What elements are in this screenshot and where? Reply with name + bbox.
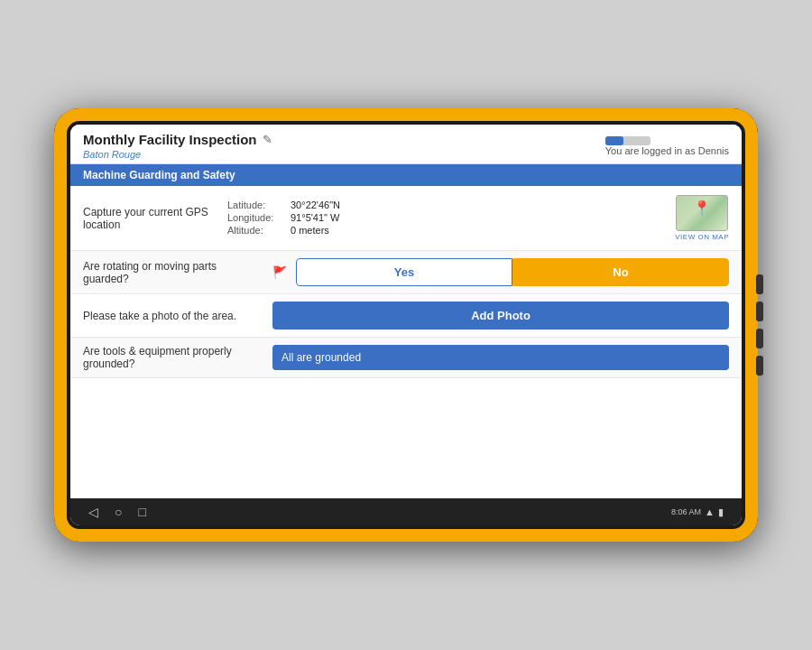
latitude-row: Latitude: 30°22'46"N	[227, 200, 666, 210]
logged-in-text: You are logged in as Dennis	[605, 145, 729, 156]
tablet-device: Monthly Facility Inspection ✎ Baton Roug…	[54, 108, 758, 542]
map-link-text[interactable]: VIEW ON MAP	[675, 233, 729, 241]
gps-row: Capture your current GPS location Latitu…	[70, 186, 742, 251]
latitude-label: Latitude:	[227, 200, 283, 210]
volume-down-button[interactable]	[756, 302, 763, 321]
extra-button[interactable]	[756, 356, 763, 376]
longitude-value: 91°5'41" W	[291, 212, 339, 223]
question-label-photo: Please take a photo of the area.	[83, 310, 263, 322]
yes-button[interactable]: Yes	[296, 258, 512, 286]
add-photo-button[interactable]: Add Photo	[272, 302, 729, 330]
app-header-top: Monthly Facility Inspection ✎ Baton Roug…	[83, 132, 729, 160]
question-row-guarded: Are rotating or moving parts guarded? 🚩 …	[70, 251, 742, 294]
header-right: You are logged in as Dennis	[605, 136, 729, 156]
progress-bar-container	[605, 136, 651, 145]
map-pin-icon: 📍	[693, 201, 711, 216]
app-header: Monthly Facility Inspection ✎ Baton Roug…	[70, 125, 742, 164]
altitude-value: 0 meters	[291, 225, 329, 236]
altitude-row: Altitude: 0 meters	[227, 225, 666, 236]
wifi-icon: ▲	[705, 506, 715, 517]
map-widget[interactable]: 📍 VIEW ON MAP	[675, 195, 729, 241]
title-row: Monthly Facility Inspection ✎	[83, 132, 272, 147]
volume-up-button[interactable]	[756, 274, 763, 294]
yes-no-button-group: Yes No	[296, 258, 729, 286]
edit-icon[interactable]: ✎	[263, 133, 272, 146]
app-subtitle: Baton Rouge	[83, 149, 272, 160]
back-button[interactable]: ◁	[88, 505, 98, 519]
recent-apps-button[interactable]: □	[138, 505, 145, 519]
status-bar: 8:06 AM ▲ ▮	[671, 506, 724, 518]
form-area: Capture your current GPS location Latitu…	[70, 186, 742, 498]
flag-icon: 🚩	[272, 265, 287, 279]
altitude-label: Altitude:	[227, 225, 283, 236]
question-row-grounded: Are tools & equipment properly grounded?…	[70, 338, 742, 378]
question-row-photo: Please take a photo of the area. Add Pho…	[70, 294, 742, 338]
gps-label: Capture your current GPS location	[83, 206, 227, 231]
no-button[interactable]: No	[512, 258, 729, 286]
app-title: Monthly Facility Inspection	[83, 132, 257, 147]
longitude-row: Longitude: 91°5'41" W	[227, 212, 666, 223]
tablet-screen: Monthly Facility Inspection ✎ Baton Roug…	[70, 125, 742, 525]
section-header: Machine Guarding and Safety	[70, 164, 742, 186]
longitude-label: Longitude:	[227, 212, 283, 223]
home-button[interactable]: ○	[115, 505, 122, 519]
map-thumbnail: 📍	[676, 195, 728, 231]
title-section: Monthly Facility Inspection ✎ Baton Roug…	[83, 132, 272, 160]
android-navbar: ◁ ○ □ 8:06 AM ▲ ▮	[70, 498, 742, 525]
progress-bar-fill	[605, 136, 623, 145]
question-label-guarded: Are rotating or moving parts guarded?	[83, 260, 263, 285]
grounded-selection-button[interactable]: All are grounded	[272, 345, 729, 370]
latitude-value: 30°22'46"N	[291, 200, 340, 210]
battery-icon: ▮	[718, 506, 724, 518]
power-button[interactable]	[756, 329, 763, 348]
side-buttons	[756, 274, 763, 376]
time-display: 8:06 AM	[671, 507, 701, 516]
gps-coords: Latitude: 30°22'46"N Longitude: 91°5'41"…	[227, 200, 666, 237]
question-label-grounded: Are tools & equipment properly grounded?	[83, 345, 263, 370]
nav-buttons: ◁ ○ □	[88, 505, 146, 519]
app-content: Monthly Facility Inspection ✎ Baton Roug…	[70, 125, 742, 498]
